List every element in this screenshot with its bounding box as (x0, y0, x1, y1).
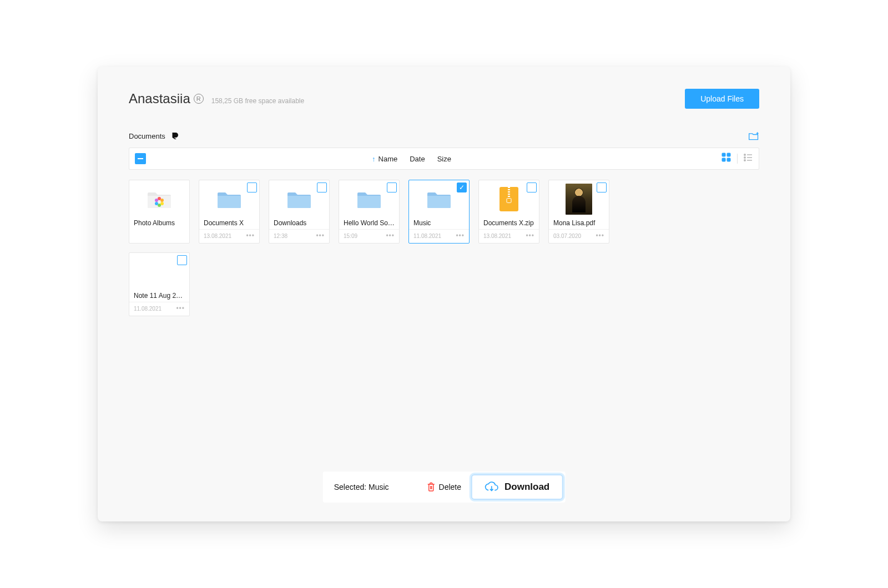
file-thumbnail (339, 180, 399, 215)
grid-view-icon[interactable] (722, 153, 731, 165)
file-grid: Photo AlbumsDocuments X13.08.2021•••Down… (129, 180, 759, 316)
sort-controls: ↑ Name Date Size (372, 155, 451, 163)
free-space-text: 158,25 GB free space available (211, 97, 304, 105)
file-card[interactable]: Mona Lisa.pdf03.07.2020••• (548, 180, 609, 244)
more-icon[interactable]: ••• (246, 232, 255, 240)
file-name: Hello World Sour… (339, 215, 399, 229)
svg-rect-1 (727, 153, 730, 156)
file-checkbox[interactable] (247, 183, 257, 192)
svg-rect-3 (727, 158, 730, 161)
delete-label: Delete (439, 483, 461, 491)
file-card[interactable]: Music11.08.2021••• (408, 180, 470, 244)
file-card[interactable]: Hello World Sour…15:09••• (339, 180, 400, 244)
more-icon[interactable]: ••• (456, 232, 465, 240)
list-view-icon[interactable] (743, 153, 753, 165)
sort-by-size[interactable]: Size (437, 155, 451, 163)
list-toolbar: ↑ Name Date Size (129, 148, 759, 170)
file-meta: 03.07.2020••• (549, 229, 609, 243)
selected-prefix: Selected: (334, 483, 366, 491)
file-meta: 13.08.2021••• (479, 229, 539, 243)
file-thumbnail (549, 180, 609, 215)
delete-button[interactable]: Delete (427, 482, 461, 492)
file-checkbox[interactable] (387, 183, 397, 192)
upload-files-button[interactable]: Upload Files (685, 89, 759, 109)
breadcrumb[interactable]: Documents (129, 131, 180, 141)
file-name: Documents X (199, 215, 259, 229)
file-thumbnail (129, 180, 189, 215)
selected-name: Music (369, 483, 389, 491)
download-button[interactable]: Download (471, 474, 563, 500)
svg-rect-2 (722, 158, 725, 161)
more-icon[interactable]: ••• (386, 232, 395, 240)
file-checkbox[interactable] (457, 183, 467, 192)
file-thumbnail (199, 180, 259, 215)
file-date: 12:38 (274, 233, 287, 239)
file-meta: 13.08.2021••• (199, 229, 259, 243)
file-card[interactable]: Documents X13.08.2021••• (199, 180, 260, 244)
file-date: 03.07.2020 (553, 233, 581, 239)
file-name: Note 11 Aug 202… (129, 287, 189, 302)
file-name: Documents X.zip (479, 215, 539, 229)
header: Anastasiia R 158,25 GB free space availa… (129, 89, 759, 109)
sort-name-label: Name (379, 155, 398, 163)
user-name-text: Anastasiia (129, 91, 190, 107)
file-date: 11.08.2021 (134, 306, 162, 312)
cloud-download-icon (485, 481, 499, 493)
more-icon[interactable]: ••• (526, 232, 534, 240)
svg-point-12 (160, 202, 164, 205)
app-window: Anastasiia R 158,25 GB free space availa… (98, 67, 790, 521)
file-thumbnail (269, 180, 329, 215)
svg-point-10 (158, 197, 161, 200)
file-card[interactable]: Documents X.zip13.08.2021••• (478, 180, 539, 244)
svg-point-15 (155, 199, 158, 202)
svg-point-11 (160, 199, 164, 202)
file-date: 13.08.2021 (204, 233, 231, 239)
file-card[interactable]: Downloads12:38••• (269, 180, 330, 244)
file-meta: 11.08.2021••• (129, 302, 189, 316)
breadcrumb-label: Documents (129, 132, 165, 140)
file-card[interactable]: Note 11 Aug 202…11.08.2021••• (129, 252, 190, 316)
trash-icon (427, 482, 436, 492)
svg-point-4 (744, 154, 745, 155)
sort-by-date[interactable]: Date (410, 155, 425, 163)
file-thumbnail (409, 180, 469, 215)
divider (737, 154, 738, 164)
sort-asc-icon: ↑ (372, 155, 376, 163)
selection-action-bar: Selected: Music Delete Download (323, 472, 566, 503)
select-all-checkbox[interactable] (135, 153, 146, 164)
file-meta: 11.08.2021••• (409, 229, 469, 243)
svg-point-8 (744, 160, 745, 161)
file-date: 13.08.2021 (483, 233, 511, 239)
file-card[interactable]: Photo Albums (129, 180, 190, 244)
more-icon[interactable]: ••• (316, 232, 325, 240)
file-meta: 15:09••• (339, 229, 399, 243)
file-name: Music (409, 215, 469, 229)
breadcrumb-row: Documents (129, 131, 759, 141)
user-name: Anastasiia R (129, 91, 204, 107)
file-checkbox[interactable] (317, 183, 327, 192)
more-icon[interactable]: ••• (176, 305, 185, 312)
new-folder-icon[interactable] (748, 131, 759, 141)
svg-point-6 (744, 157, 745, 158)
svg-point-14 (155, 202, 158, 205)
view-toggle (722, 153, 753, 165)
more-icon[interactable]: ••• (596, 232, 604, 240)
file-checkbox[interactable] (527, 183, 537, 192)
file-name: Downloads (269, 215, 329, 229)
file-thumbnail (129, 253, 189, 287)
file-name: Mona Lisa.pdf (549, 215, 609, 229)
file-checkbox[interactable] (597, 183, 607, 192)
registered-badge-icon: R (194, 94, 204, 104)
file-meta: 12:38••• (269, 229, 329, 243)
file-name: Photo Albums (129, 215, 189, 237)
file-date: 15:09 (344, 233, 357, 239)
svg-rect-0 (722, 153, 725, 156)
file-checkbox[interactable] (177, 255, 187, 265)
documents-app-icon (170, 131, 180, 141)
svg-point-13 (158, 204, 161, 207)
download-label: Download (504, 481, 549, 493)
file-date: 11.08.2021 (413, 233, 441, 239)
sort-by-name[interactable]: ↑ Name (372, 155, 397, 163)
selected-text: Selected: Music (334, 483, 389, 491)
header-left: Anastasiia R 158,25 GB free space availa… (129, 91, 304, 107)
